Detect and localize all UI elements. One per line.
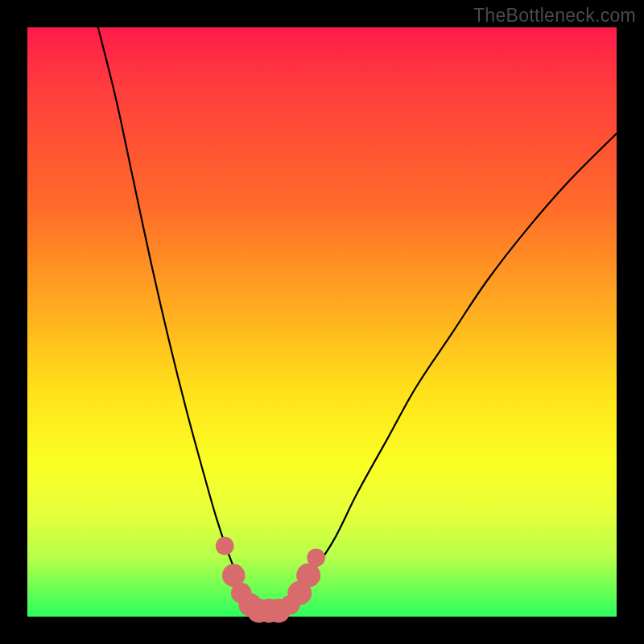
marker-group	[216, 537, 325, 623]
attribution-label: TheBottleneck.com	[473, 5, 636, 27]
marker-point	[307, 548, 325, 567]
chart-frame: TheBottleneck.com	[0, 0, 644, 644]
plot-area	[27, 27, 617, 617]
marker-point	[216, 537, 234, 555]
chart-svg	[27, 27, 617, 617]
marker-point	[296, 564, 320, 588]
bottleneck-curve	[98, 27, 617, 611]
